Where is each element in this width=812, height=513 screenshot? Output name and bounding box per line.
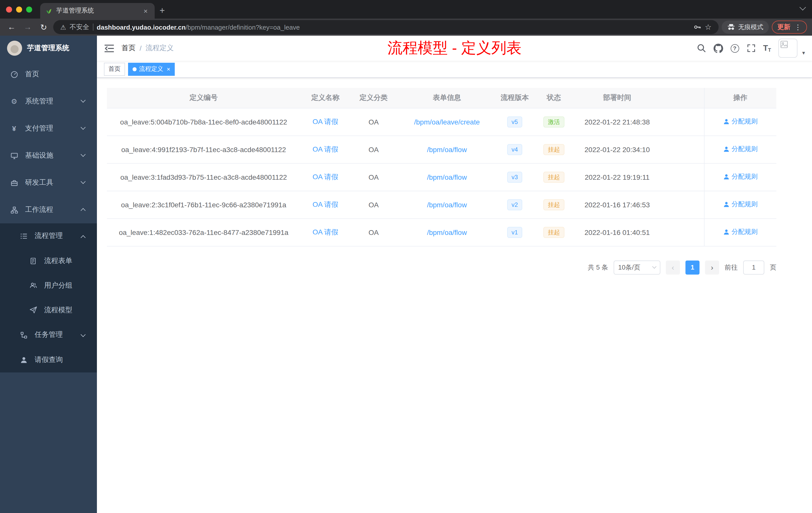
sidebar-item-label: 流程模型 bbox=[44, 305, 72, 314]
definition-name-link[interactable]: OA 请假 bbox=[313, 228, 339, 236]
org-chart-icon bbox=[19, 331, 28, 338]
sidebar-item-task-management[interactable]: 任务管理 bbox=[0, 322, 97, 348]
cell-definition-name: OA 请假 bbox=[300, 108, 350, 135]
password-key-icon[interactable] bbox=[693, 23, 701, 31]
sidebar-logo[interactable]: 芋道管理系统 bbox=[0, 36, 97, 61]
search-icon[interactable] bbox=[697, 44, 706, 53]
breadcrumb: 首页 / 流程定义 bbox=[121, 44, 174, 53]
sidebar: 芋道管理系统 首页 ⚙ 系统管理 ¥ 支付管理 bbox=[0, 36, 97, 513]
definition-name-link[interactable]: OA 请假 bbox=[313, 145, 339, 153]
sidebar-item-payment[interactable]: ¥ 支付管理 bbox=[0, 115, 97, 142]
github-icon[interactable] bbox=[713, 43, 723, 53]
assign-rule-link[interactable]: 分配规则 bbox=[723, 228, 758, 237]
chevron-up-icon bbox=[81, 235, 86, 240]
tab-search-chevron-icon[interactable] bbox=[800, 4, 806, 10]
sidebar-collapse-button[interactable] bbox=[97, 36, 121, 61]
tab-close-icon[interactable]: × bbox=[142, 7, 150, 15]
forward-button[interactable]: → bbox=[21, 21, 34, 34]
security-label[interactable]: 不安全 bbox=[69, 23, 89, 32]
help-icon[interactable]: ? bbox=[730, 44, 739, 53]
cell-version: v2 bbox=[497, 191, 532, 218]
browser-tab[interactable]: 芋道管理系统 × bbox=[40, 3, 155, 19]
tag-process-definition[interactable]: 流程定义 × bbox=[128, 62, 175, 76]
assign-rule-link[interactable]: 分配规则 bbox=[723, 117, 758, 126]
sidebar-item-workflow[interactable]: 工作流程 bbox=[0, 196, 97, 223]
definition-name-link[interactable]: OA 请假 bbox=[313, 200, 339, 208]
cell-form-info: /bpm/oa/flow bbox=[397, 218, 497, 246]
status-badge: 挂起 bbox=[543, 227, 564, 238]
browser-tab-strip: 芋道管理系统 × + bbox=[0, 0, 812, 19]
cell-form-info: /bpm/oa/flow bbox=[397, 163, 497, 191]
tag-close-icon[interactable]: × bbox=[167, 65, 170, 72]
user-group-icon bbox=[29, 281, 38, 289]
page-size-select[interactable]: 10条/页 bbox=[614, 260, 660, 274]
assign-rule-link[interactable]: 分配规则 bbox=[723, 173, 758, 181]
cell-category: OA bbox=[350, 218, 397, 246]
cell-filler bbox=[659, 108, 704, 135]
next-page-button[interactable]: › bbox=[705, 260, 719, 274]
definition-name-link[interactable]: OA 请假 bbox=[313, 117, 339, 125]
sidebar-item-label: 工作流程 bbox=[25, 205, 53, 214]
minimize-window-button[interactable] bbox=[16, 6, 22, 12]
sidebar-item-system[interactable]: ⚙ 系统管理 bbox=[0, 88, 97, 115]
user-icon bbox=[723, 146, 730, 153]
user-icon bbox=[723, 201, 730, 208]
bookmark-star-icon[interactable]: ☆ bbox=[705, 23, 712, 32]
form-link[interactable]: /bpm/oa/flow bbox=[427, 201, 467, 209]
tag-home[interactable]: 首页 bbox=[104, 62, 125, 76]
form-link[interactable]: /bpm/oa/flow bbox=[427, 228, 467, 236]
window-controls bbox=[0, 0, 40, 19]
page-number-1[interactable]: 1 bbox=[686, 260, 699, 274]
avatar[interactable] bbox=[779, 39, 798, 58]
sidebar-item-user-group[interactable]: 用户分组 bbox=[0, 273, 97, 298]
cell-version: v1 bbox=[497, 218, 532, 246]
prev-page-button[interactable]: ‹ bbox=[666, 260, 680, 274]
form-link[interactable]: /bpm/oa/flow bbox=[427, 145, 467, 153]
cell-deploy-time: 2022-01-22 19:19:11 bbox=[576, 163, 659, 191]
cell-status: 挂起 bbox=[532, 191, 576, 218]
fullscreen-icon[interactable] bbox=[747, 44, 755, 53]
tab-favicon-icon bbox=[45, 7, 52, 14]
new-tab-button[interactable]: + bbox=[155, 3, 170, 19]
sidebar-item-process-model[interactable]: 流程模型 bbox=[0, 298, 97, 322]
sidebar-item-home[interactable]: 首页 bbox=[0, 61, 97, 88]
not-secure-warning-icon: ⚠ bbox=[60, 23, 66, 31]
close-window-button[interactable] bbox=[6, 6, 12, 12]
assign-rule-link[interactable]: 分配规则 bbox=[723, 200, 758, 209]
sidebar-item-leave-query[interactable]: 请假查询 bbox=[0, 348, 97, 372]
address-bar[interactable]: ⚠ 不安全 dashboard.yudao.iocoder.cn /bpm/ma… bbox=[53, 20, 719, 34]
reload-button[interactable]: ↻ bbox=[37, 21, 50, 34]
form-link[interactable]: /bpm/oa/flow bbox=[427, 173, 467, 181]
back-button[interactable]: ← bbox=[5, 21, 18, 34]
workflow-icon bbox=[9, 206, 19, 214]
cell-definition-name: OA 请假 bbox=[300, 191, 350, 218]
status-badge: 挂起 bbox=[543, 172, 564, 182]
col-category: 定义分类 bbox=[350, 88, 397, 108]
sidebar-item-process-form[interactable]: 流程表单 bbox=[0, 248, 97, 273]
cell-definition-name: OA 请假 bbox=[300, 218, 350, 246]
cell-status: 挂起 bbox=[532, 163, 576, 191]
cell-definition-id: oa_leave:2:3c1f0ef1-76b1-11ec-9c66-a2380… bbox=[107, 191, 300, 218]
definition-name-link[interactable]: OA 请假 bbox=[313, 173, 339, 180]
zoom-window-button[interactable] bbox=[26, 6, 32, 12]
sidebar-item-dev-tools[interactable]: 研发工具 bbox=[0, 169, 97, 196]
cell-version: v4 bbox=[497, 135, 532, 163]
sidebar-item-process-management[interactable]: 流程管理 bbox=[0, 223, 97, 248]
breadcrumb-home[interactable]: 首页 bbox=[121, 44, 136, 53]
font-size-icon[interactable]: TT bbox=[763, 44, 771, 53]
status-badge: 挂起 bbox=[543, 144, 564, 155]
cell-definition-id: oa_leave:4:991f2193-7b7f-11ec-a3c8-acde4… bbox=[107, 135, 300, 163]
browser-update-button[interactable]: 更新 ⋮ bbox=[772, 21, 807, 34]
cell-definition-id: oa_leave:5:004b710b-7b8a-11ec-8ef0-acde4… bbox=[107, 108, 300, 135]
incognito-icon bbox=[727, 24, 735, 31]
sidebar-item-infrastructure[interactable]: 基础设施 bbox=[0, 142, 97, 169]
assign-rule-link[interactable]: 分配规则 bbox=[723, 145, 758, 154]
status-badge: 激活 bbox=[543, 116, 564, 127]
form-link[interactable]: /bpm/oa/leave/create bbox=[414, 118, 480, 126]
cell-definition-id: oa_leave:1:482ec033-762a-11ec-8477-a2380… bbox=[107, 218, 300, 246]
goto-page-input[interactable] bbox=[743, 260, 764, 274]
url-text: dashboard.yudao.iocoder.cn /bpm/manager/… bbox=[97, 23, 690, 31]
avatar-caret-icon[interactable]: ▾ bbox=[802, 50, 805, 58]
browser-menu-icon[interactable]: ⋮ bbox=[794, 23, 802, 31]
col-status: 状态 bbox=[532, 88, 576, 108]
